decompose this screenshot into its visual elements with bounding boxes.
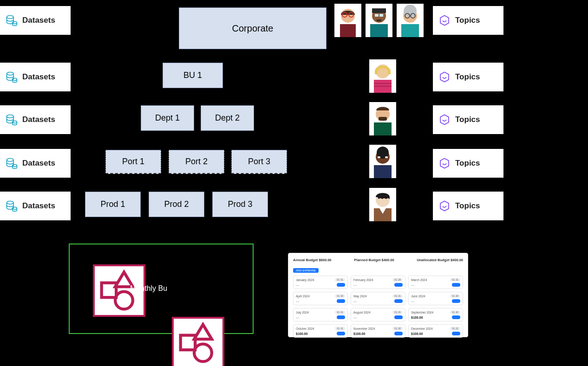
toggle-pill[interactable] (337, 283, 345, 287)
svg-marker-12 (440, 115, 449, 124)
node-bu1: BU 1 (163, 63, 223, 88)
date-range-chip: 01·30 (392, 327, 403, 330)
budget-month-grid: January 202401·31—February 202401·29—Mar… (293, 276, 463, 338)
svg-rect-22 (370, 24, 388, 37)
topics-label: Topics (455, 159, 480, 168)
toggle-pill[interactable] (394, 332, 403, 335)
database-icon (6, 71, 18, 83)
node-dept1: Dept 1 (141, 105, 194, 131)
svg-rect-42 (374, 165, 392, 178)
month-amount: $100.00 (411, 332, 423, 335)
date-range-chip: 01·29 (392, 278, 403, 282)
month-amount: — (353, 300, 357, 303)
svg-rect-29 (401, 24, 419, 37)
toggle-pill[interactable] (337, 299, 345, 303)
topic-hex-icon (438, 114, 451, 126)
svg-point-46 (385, 156, 388, 158)
datasets-card-bu[interactable]: Datasets (0, 63, 71, 91)
topics-card-dept[interactable]: Topics (433, 105, 503, 134)
svg-point-8 (7, 201, 13, 204)
datasets-label: Datasets (22, 159, 55, 168)
datasets-card-corporate[interactable]: Datasets (0, 6, 71, 35)
month-name: January 2024 (296, 278, 314, 282)
svg-point-6 (7, 158, 13, 161)
svg-point-31 (404, 5, 417, 18)
toggle-pill[interactable] (394, 299, 403, 303)
database-icon (6, 157, 18, 169)
svg-point-56 (194, 344, 212, 362)
database-icon (6, 14, 18, 26)
svg-rect-55 (181, 335, 196, 350)
topics-card-prod[interactable]: Topics (433, 192, 503, 220)
datasets-card-prod[interactable]: Datasets (0, 192, 71, 220)
budget-header: Annual Budget $800.00 Planned Budget $40… (293, 258, 463, 262)
database-icon (6, 200, 18, 212)
node-corporate: Corporate (179, 7, 327, 49)
node-port2: Port 2 (169, 150, 224, 174)
toggle-pill[interactable] (394, 315, 403, 319)
add-expense-badge[interactable]: ADD EXPENSE (293, 268, 319, 273)
budget-month-cell: December 202401·31$100.00 (408, 324, 463, 338)
topics-label: Topics (455, 201, 480, 211)
budget-month-cell: August 202401·31— (351, 308, 405, 321)
topics-card-port[interactable]: Topics (433, 149, 503, 178)
svg-rect-27 (377, 19, 381, 21)
svg-point-53 (115, 292, 133, 309)
topics-label: Topics (455, 115, 480, 124)
svg-rect-16 (340, 24, 356, 37)
toggle-pill[interactable] (452, 283, 460, 287)
datasets-label: Datasets (22, 201, 55, 211)
toggle-pill[interactable] (452, 299, 460, 303)
month-amount: — (411, 300, 414, 303)
topic-hex-icon (438, 157, 451, 169)
avatar-exec-2 (366, 4, 392, 37)
month-name: May 2024 (353, 295, 367, 298)
svg-rect-38 (374, 122, 392, 135)
month-amount: — (353, 283, 357, 287)
toggle-pill[interactable] (337, 315, 345, 319)
svg-point-45 (378, 156, 380, 158)
node-port1: Port 1 (105, 150, 161, 174)
budget-month-cell: January 202401·31— (293, 276, 348, 289)
budget-month-cell: June 202401·30— (408, 292, 463, 305)
avatar-exec-3 (397, 4, 424, 37)
database-icon (6, 114, 18, 126)
toggle-pill[interactable] (452, 315, 460, 319)
toggle-pill[interactable] (337, 332, 345, 335)
svg-marker-10 (440, 15, 449, 25)
month-amount: $100.00 (411, 316, 423, 319)
date-range-chip: 01·31 (335, 327, 345, 330)
date-range-chip: 01·30 (450, 310, 460, 314)
month-amount: — (353, 316, 357, 319)
unallocated-budget-label: Unallocated Budget $400.00 (417, 258, 463, 262)
budget-month-cell: September 202401·30$100.00 (408, 308, 463, 321)
month-name: March 2024 (411, 278, 427, 282)
month-name: August 2024 (353, 311, 371, 314)
month-amount: $100.00 (296, 332, 307, 335)
svg-marker-11 (440, 72, 449, 82)
topics-label: Topics (455, 72, 480, 82)
date-range-chip: 01·31 (450, 278, 460, 282)
monthly-budget-label: Monthly Bu (130, 284, 167, 293)
budget-month-cell: May 202401·31— (351, 292, 405, 305)
topics-card-bu[interactable]: Topics (433, 63, 503, 91)
svg-rect-25 (375, 14, 379, 17)
toggle-pill[interactable] (452, 332, 460, 335)
svg-rect-40 (379, 117, 387, 121)
datasets-card-port[interactable]: Datasets (0, 149, 71, 178)
node-prod2: Prod 2 (149, 192, 204, 217)
budget-month-cell: April 202401·30— (293, 292, 348, 305)
svg-rect-26 (379, 14, 383, 17)
date-range-chip: 01·31 (450, 327, 460, 330)
datasets-card-dept[interactable]: Datasets (0, 105, 71, 134)
month-amount: $100.00 (353, 332, 365, 335)
svg-rect-52 (102, 283, 117, 298)
month-name: June 2024 (411, 295, 425, 298)
toggle-pill[interactable] (394, 283, 403, 287)
svg-rect-24 (372, 8, 386, 13)
budget-month-cell: November 202401·30$100.00 (351, 324, 405, 338)
node-dept2: Dept 2 (201, 105, 254, 131)
topic-hex-icon (438, 200, 451, 212)
budget-month-cell: October 202401·31$100.00 (293, 324, 348, 338)
topics-card-corporate[interactable]: Topics (433, 6, 503, 35)
